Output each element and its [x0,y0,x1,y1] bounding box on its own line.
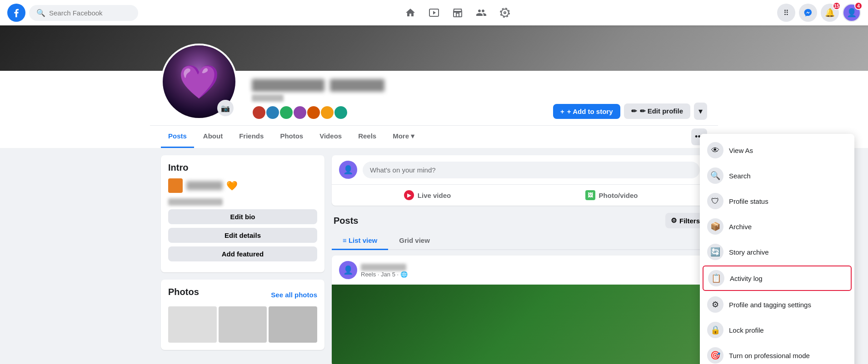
lock-profile-label: Lock profile [729,326,764,334]
photo-thumb-3[interactable] [269,306,317,343]
search-input[interactable] [49,9,131,17]
search-bar[interactable]: 🔍 [29,5,138,21]
cover-photo [0,25,868,71]
post-author-name [361,262,700,271]
post-composer-card: 👤 What's on your mind? ▶ Live video 🖼 Ph… [332,155,707,206]
dropdown-archive[interactable]: 📦 Archive [700,214,854,239]
change-profile-picture-button[interactable]: 📷 [217,100,234,116]
archive-label: Archive [729,223,752,231]
left-column: Intro 🧡 Edit bio Edit details Add featur… [161,155,324,364]
edit-details-button[interactable]: Edit details [168,228,317,243]
composer-input[interactable]: What's on your mind? [363,162,700,178]
filter-icon: ⚙ [671,216,677,225]
navbar: 🔍 ⠿ 15 🔔 4 👤 [0,0,868,25]
post-thumbnail [332,285,707,364]
post-meta: 👤 Reels · Jan 5 · 🌐 [332,256,707,285]
activity-log-label: Activity log [730,275,763,282]
post-date: Reels · Jan 5 · 🌐 [361,271,700,278]
profile-name-text2 [330,79,384,92]
friend-avatar-1 [252,105,266,120]
filter-button[interactable]: ⚙ Filters [665,213,705,228]
tab-videos[interactable]: Videos [312,126,349,148]
intro-emoji-row: 🧡 [168,178,317,193]
edit-profile-button[interactable]: ✏ ✏ Edit profile [624,103,691,119]
intro-text-1 [186,181,223,190]
filter-label: Filters [679,217,700,225]
intro-card: Intro 🧡 Edit bio Edit details Add featur… [161,155,324,272]
facebook-logo[interactable] [7,4,25,22]
profile-actions: + + Add to story ✏ ✏ Edit profile ▾ [553,103,707,120]
edit-bio-button[interactable]: Edit bio [168,209,317,224]
profile-tabs: Posts About Friends Photos Videos Reels … [150,125,718,148]
grid-menu-button[interactable]: ⠿ [777,4,795,22]
tab-photos[interactable]: Photos [273,126,310,148]
messenger-button[interactable] [799,4,817,22]
tab-more[interactable]: More ▾ [385,126,422,148]
lock-profile-icon: 🔒 [707,322,723,338]
tab-about[interactable]: About [196,126,230,148]
friend-avatar-4 [293,105,307,120]
dropdown-profile-tagging[interactable]: ⚙ Profile and tagging settings [700,292,854,317]
post-author-name-text [361,264,406,271]
friends-nav-button[interactable] [470,2,492,24]
archive-icon: 📦 [707,218,723,235]
photo-thumb-2[interactable] [219,306,267,343]
search-label: Search [729,172,751,180]
marketplace-nav-button[interactable] [447,2,469,24]
tab-friends[interactable]: Friends [232,126,271,148]
grid-view-tab[interactable]: Grid view [388,232,441,250]
watch-nav-button[interactable] [423,2,445,24]
dropdown-lock-profile[interactable]: 🔒 Lock profile [700,317,854,343]
add-to-story-label: + Add to story [567,108,613,115]
friend-avatar-5 [306,105,321,120]
friend-avatars [252,105,384,120]
dropdown-story-archive[interactable]: 🔄 Story archive [700,239,854,265]
profile-picture-area: 💜 📷 [161,44,237,120]
tab-posts[interactable]: Posts [161,126,194,148]
friends-count-text [252,94,284,102]
edit-profile-label: ✏ Edit profile [640,107,683,115]
notifications-badge: 15 [833,2,841,10]
add-featured-button[interactable]: Add featured [168,246,317,261]
friend-avatar-2 [265,105,280,120]
live-video-button[interactable]: ▶ Live video [335,187,519,204]
profile-header: 💜 📷 [150,71,718,125]
dropdown-profile-status[interactable]: 🛡 Profile status [700,188,854,214]
add-icon: + [560,108,564,115]
intro-text-2 [168,198,223,206]
tabs-list: Posts About Friends Photos Videos Reels … [161,126,422,148]
navbar-right: ⠿ 15 🔔 4 👤 [777,4,861,22]
composer-placeholder: What's on your mind? [370,166,436,174]
story-archive-icon: 🔄 [707,244,723,260]
list-view-tab[interactable]: ≡ List view [332,232,388,250]
account-menu-button[interactable]: 4 👤 [843,4,861,22]
home-nav-button[interactable] [399,2,421,24]
dropdown-professional-mode[interactable]: 🎯 Turn on professional mode [700,343,854,364]
navbar-center [142,2,773,24]
more-profile-options-button[interactable]: ▾ [694,103,707,120]
photo-video-label: Photo/video [599,192,638,199]
dropdown-search[interactable]: 🔍 Search [700,163,854,188]
view-as-label: View As [729,147,753,154]
gaming-nav-button[interactable] [494,2,516,24]
list-icon: ≡ [343,236,349,244]
friend-avatar-3 [279,105,294,120]
profile-status-icon: 🛡 [707,193,723,209]
intro-extra [168,198,317,206]
friend-avatar-7 [334,105,348,120]
pencil-icon: ✏ [631,107,637,115]
photo-thumb-1[interactable] [168,306,217,343]
add-to-story-button[interactable]: + + Add to story [553,104,620,119]
post-author-avatar: 👤 [339,261,357,279]
post-author-info: Reels · Jan 5 · 🌐 [361,262,700,277]
intro-icon-1 [168,178,183,193]
composer-avatar: 👤 [339,161,357,179]
photo-video-button[interactable]: 🖼 Photo/video [519,187,703,204]
notifications-button[interactable]: 15 🔔 [821,4,839,22]
tab-reels[interactable]: Reels [351,126,384,148]
see-all-photos-link[interactable]: See all photos [271,291,317,299]
view-as-icon: 👁 [707,142,723,158]
profile-status-label: Profile status [729,197,768,205]
dropdown-activity-log[interactable]: 📋 Activity log [703,266,852,291]
dropdown-view-as[interactable]: 👁 View As [700,138,854,163]
